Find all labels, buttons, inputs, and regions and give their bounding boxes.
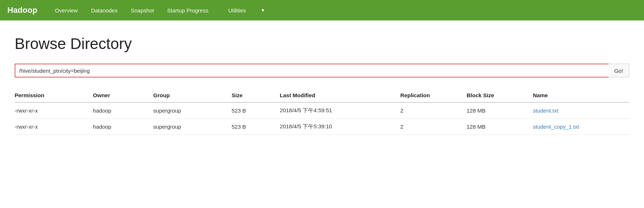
col-header-last-modified: Last Modified (280, 88, 400, 102)
path-row: Go! (15, 64, 629, 77)
nav-item-overview[interactable]: Overview (48, 0, 85, 20)
nav-item-datanodes[interactable]: Datanodes (84, 0, 124, 20)
nav-link-overview[interactable]: Overview (48, 0, 85, 20)
col-header-owner: Owner (93, 88, 153, 102)
nav-item-startup-progress[interactable]: Startup Progress (160, 0, 215, 20)
navbar: Hadoop Overview Datanodes Snapshot Start… (0, 0, 644, 20)
file-link[interactable]: student_copy_1.txt (533, 124, 579, 130)
nav-link-utilities[interactable]: Utilities ▾ (215, 0, 278, 20)
navbar-links: Overview Datanodes Snapshot Startup Prog… (48, 0, 278, 20)
col-header-permission: Permission (15, 88, 93, 102)
col-header-size: Size (232, 88, 280, 102)
page-title: Browse Directory (15, 35, 629, 53)
directory-table: Permission Owner Group Size Last Modifie… (15, 88, 629, 135)
nav-link-snapshot[interactable]: Snapshot (124, 0, 160, 20)
col-header-block-size: Block Size (467, 88, 533, 102)
go-button[interactable]: Go! (608, 64, 629, 77)
nav-item-utilities[interactable]: Utilities ▾ (215, 0, 278, 20)
table-header: Permission Owner Group Size Last Modifie… (15, 88, 629, 102)
table-row: -rwxr-xr-xhadoopsupergroup523 B2018/4/5 … (15, 119, 629, 135)
nav-item-snapshot[interactable]: Snapshot (124, 0, 160, 20)
navbar-brand[interactable]: Hadoop (7, 5, 37, 15)
nav-link-startup-progress[interactable]: Startup Progress (160, 0, 215, 20)
table-body: -rwxr-xr-xhadoopsupergroup523 B2018/4/5 … (15, 102, 629, 135)
chevron-down-icon: ▾ (255, 0, 271, 20)
path-input[interactable] (15, 64, 608, 77)
col-header-replication: Replication (400, 88, 467, 102)
col-header-group: Group (153, 88, 232, 102)
nav-link-datanodes[interactable]: Datanodes (84, 0, 124, 20)
table-row: -rwxr-xr-xhadoopsupergroup523 B2018/4/5 … (15, 102, 629, 119)
main-content: Browse Directory Go! Permission Owner Gr… (0, 20, 644, 142)
col-header-name: Name (533, 88, 629, 102)
file-link[interactable]: student.txt (533, 107, 558, 114)
